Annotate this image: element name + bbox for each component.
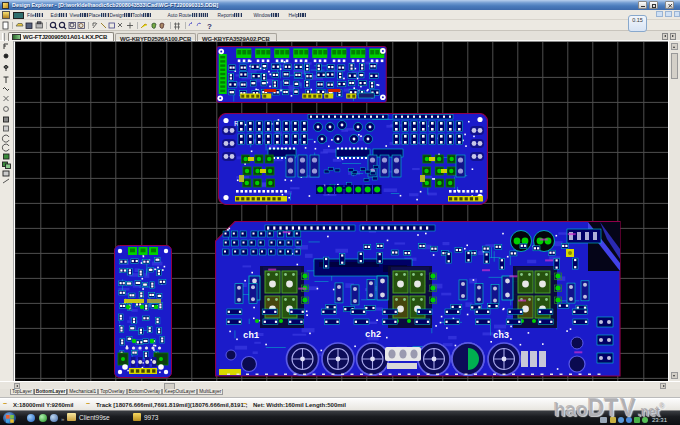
svg-text:ch2: ch2 — [365, 330, 381, 340]
svg-text:?: ? — [207, 22, 212, 31]
svg-text:ch3: ch3 — [493, 331, 509, 341]
svg-text:ch1: ch1 — [243, 331, 260, 341]
